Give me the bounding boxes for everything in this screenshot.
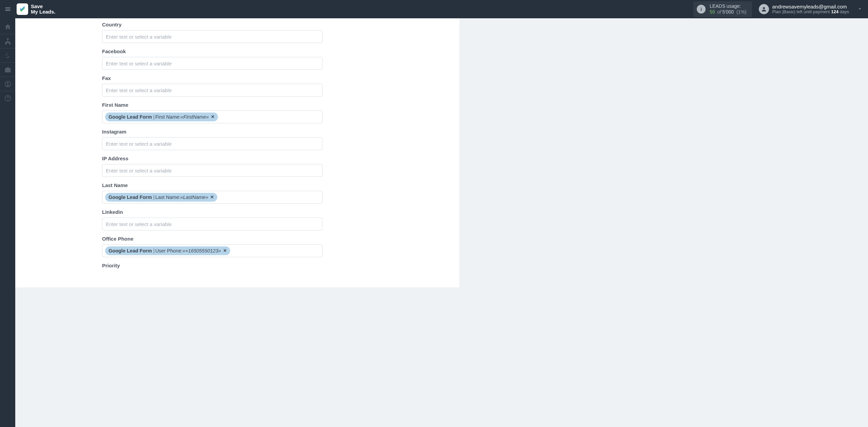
field-label: Linkedin <box>102 209 322 215</box>
field-input[interactable]: Enter text or select a variable <box>102 137 322 150</box>
dollar-icon <box>4 52 11 59</box>
field-facebook: FacebookEnter text or select a variable <box>102 48 322 70</box>
chip-source: Google Lead Form <box>108 247 152 254</box>
nav-connections[interactable] <box>0 34 15 48</box>
nav-briefcase[interactable] <box>0 62 15 77</box>
menu-toggle-button[interactable] <box>0 0 15 18</box>
placeholder-text: Enter text or select a variable <box>105 168 172 174</box>
field-ip_address: IP AddressEnter text or select a variabl… <box>102 156 322 177</box>
user-icon <box>761 6 767 12</box>
chip-source: Google Lead Form <box>108 114 152 120</box>
field-label: Country <box>102 22 322 27</box>
field-label: IP Address <box>102 156 322 161</box>
chip-remove-button[interactable]: ✕ <box>223 248 227 254</box>
logo[interactable]: Save My Leads. <box>17 3 56 15</box>
chip-field: First Name: <box>155 114 181 120</box>
nav-help[interactable] <box>0 91 15 105</box>
chip-remove-button[interactable]: ✕ <box>211 114 215 120</box>
field-linkedin: LinkedinEnter text or select a variable <box>102 209 322 230</box>
field-input[interactable]: Enter text or select a variable <box>102 30 322 43</box>
account-menu[interactable]: andrewsavemyleads@gmail.com Plan |Basic|… <box>759 4 863 15</box>
field-label: First Name <box>102 102 322 108</box>
field-first_name: First NameGoogle Lead Form | First Name:… <box>102 102 322 123</box>
field-input[interactable]: Google Lead Form | First Name: «FirstNam… <box>102 110 322 123</box>
variable-chip[interactable]: Google Lead Form | User Phone: «+1650555… <box>105 246 230 255</box>
field-input[interactable]: Enter text or select a variable <box>102 164 322 177</box>
field-fax: FaxEnter text or select a variable <box>102 75 322 97</box>
chip-field: Last Name: <box>155 194 180 201</box>
svg-point-0 <box>763 7 765 9</box>
field-input[interactable]: Google Lead Form | User Phone: «+1650555… <box>102 244 322 257</box>
info-icon: i <box>697 5 706 14</box>
chip-source: Google Lead Form <box>108 194 152 201</box>
logo-mark <box>17 3 28 15</box>
variable-chip[interactable]: Google Lead Form | First Name: «FirstNam… <box>105 113 218 121</box>
form-fields: CountryEnter text or select a variableFa… <box>15 22 322 268</box>
checkmark-icon <box>19 5 26 13</box>
chip-remove-button[interactable]: ✕ <box>210 194 214 200</box>
hamburger-icon <box>4 6 11 13</box>
placeholder-text: Enter text or select a variable <box>105 221 172 227</box>
chip-field: User Phone: <box>155 247 183 254</box>
field-label: Fax <box>102 75 322 81</box>
field-label: Office Phone <box>102 236 322 242</box>
avatar <box>759 4 769 14</box>
account-plan: Plan |Basic| left until payment 124 days <box>772 9 849 15</box>
placeholder-text: Enter text or select a variable <box>105 141 172 147</box>
field-last_name: Last NameGoogle Lead Form | Last Name: «… <box>102 182 322 204</box>
logo-text: Save My Leads. <box>31 4 56 15</box>
svg-point-2 <box>7 82 8 84</box>
field-input[interactable]: Google Lead Form | Last Name: «LastName»… <box>102 191 322 204</box>
topbar: Save My Leads. i LEADS usage: 59 of5'000… <box>0 0 868 18</box>
field-label: Last Name <box>102 182 322 188</box>
briefcase-icon <box>4 66 11 73</box>
chip-value: «LastName» <box>180 194 208 201</box>
field-country: CountryEnter text or select a variable <box>102 22 322 43</box>
field-priority: Priority <box>102 263 322 268</box>
placeholder-text: Enter text or select a variable <box>105 61 172 66</box>
field-office_phone: Office PhoneGoogle Lead Form | User Phon… <box>102 236 322 257</box>
sitemap-icon <box>4 38 11 45</box>
chip-value: «+16505550123» <box>182 247 221 254</box>
field-label: Instagram <box>102 129 322 135</box>
field-instagram: InstagramEnter text or select a variable <box>102 129 322 150</box>
usage-indicator: i LEADS usage: 59 of5'000 (1%) <box>693 1 752 17</box>
usage-label: LEADS usage: <box>710 3 746 9</box>
nav-home[interactable] <box>0 20 15 34</box>
svg-point-4 <box>7 99 8 100</box>
page-scroll[interactable]: CountryEnter text or select a variableFa… <box>15 18 868 427</box>
placeholder-text: Enter text or select a variable <box>105 34 172 40</box>
field-label: Facebook <box>102 48 322 54</box>
nav-account[interactable] <box>0 77 15 91</box>
chip-value: «FirstName» <box>181 114 209 120</box>
home-icon <box>4 23 11 30</box>
field-label: Priority <box>102 263 322 268</box>
placeholder-text: Enter text or select a variable <box>105 87 172 93</box>
field-input[interactable]: Enter text or select a variable <box>102 218 322 230</box>
field-input[interactable]: Enter text or select a variable <box>102 84 322 97</box>
sidebar <box>0 18 15 427</box>
usage-value: 59 of5'000 (1%) <box>710 9 746 15</box>
chevron-down-icon <box>857 6 863 13</box>
account-email: andrewsavemyleads@gmail.com <box>772 4 849 9</box>
field-input[interactable]: Enter text or select a variable <box>102 57 322 70</box>
nav-billing[interactable] <box>0 48 15 62</box>
variable-chip[interactable]: Google Lead Form | Last Name: «LastName»… <box>105 193 217 202</box>
user-circle-icon <box>4 81 11 87</box>
help-icon <box>4 95 11 102</box>
form-card: CountryEnter text or select a variableFa… <box>15 18 459 287</box>
